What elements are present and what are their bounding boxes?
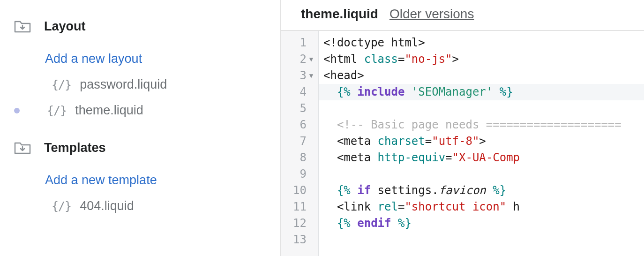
code-line	[319, 166, 644, 182]
older-versions-link[interactable]: Older versions	[389, 7, 474, 22]
add-link-label: Add a new template	[45, 173, 157, 188]
folder-icon	[14, 19, 31, 34]
code-line: <meta charset="utf-8">	[319, 133, 644, 150]
code-editor: theme.liquid Older versions 1 2▼ 3▼ 4 5 …	[281, 0, 644, 256]
code-line: <meta http-equiv="X-UA-Comp	[319, 150, 644, 166]
code-line: {% include 'SEOManager' %}	[319, 84, 644, 100]
file-name-label: theme.liquid	[75, 103, 143, 118]
line-gutter: 1 2▼ 3▼ 4 5 6 7 8 9 10 11 12 13	[281, 31, 319, 256]
liquid-file-icon: {/}	[47, 104, 67, 117]
file-item-theme[interactable]: {/} theme.liquid	[13, 98, 270, 123]
modified-dot-icon	[14, 108, 20, 113]
editor-filename: theme.liquid	[301, 7, 378, 22]
code-line	[319, 232, 644, 248]
fold-caret-icon[interactable]: ▼	[307, 68, 315, 84]
file-name-label: password.liquid	[80, 77, 167, 92]
liquid-file-icon: {/}	[52, 199, 71, 213]
code-line	[319, 100, 644, 117]
code-area[interactable]: 1 2▼ 3▼ 4 5 6 7 8 9 10 11 12 13 <!doctyp…	[281, 31, 644, 256]
section-title: Layout	[44, 19, 86, 34]
section-title: Templates	[44, 141, 106, 155]
code-line: <html class="no-js">	[319, 51, 644, 68]
code-line: {% endif %}	[319, 215, 644, 232]
code-line: <head>	[319, 68, 644, 84]
add-link-label: Add a new layout	[45, 52, 142, 66]
section-header-templates[interactable]: Templates	[13, 140, 270, 155]
add-template-link[interactable]: Add a new template	[13, 167, 270, 193]
code-line: {% if settings.favicon %}	[319, 182, 644, 199]
code-line: <!-- Basic page needs ==================…	[319, 117, 644, 133]
folder-icon	[14, 140, 31, 155]
section-header-layout[interactable]: Layout	[13, 19, 270, 34]
code-line: <!doctype html>	[319, 35, 644, 51]
add-layout-link[interactable]: Add a new layout	[13, 46, 270, 72]
file-item-404[interactable]: {/} 404.liquid	[13, 193, 270, 219]
liquid-file-icon: {/}	[52, 78, 71, 91]
fold-caret-icon[interactable]: ▼	[307, 51, 315, 68]
code-line: <link rel="shortcut icon" h	[319, 199, 644, 215]
editor-header: theme.liquid Older versions	[281, 0, 644, 31]
file-name-label: 404.liquid	[80, 199, 134, 213]
file-sidebar: Layout Add a new layout {/} password.liq…	[0, 0, 281, 256]
code-content[interactable]: <!doctype html> <html class="no-js"> <he…	[319, 31, 644, 256]
file-item-password[interactable]: {/} password.liquid	[13, 72, 270, 98]
